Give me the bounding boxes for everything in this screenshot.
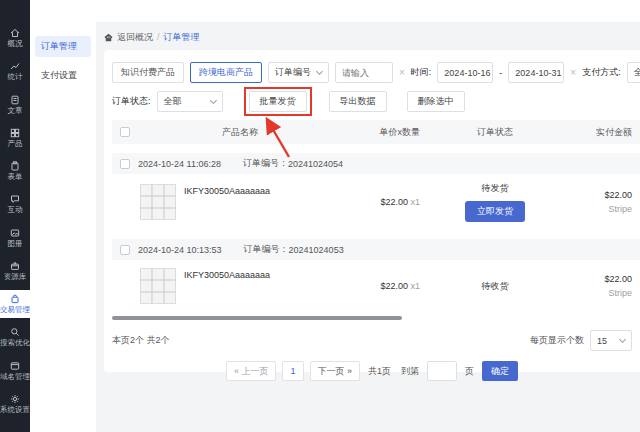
sidebar-item-gallery[interactable]: 图册 [0,224,30,252]
order-no-label: 订单编号： [244,243,289,256]
amount-cell: $22.00 Stripe [570,190,640,214]
page-number-button[interactable]: 1 [282,361,303,381]
breadcrumb: 返回概况 / 订单管理 [104,28,640,46]
sidebar-item-label: 搜索优化 [0,339,30,347]
product-thumbnail-image [140,184,176,220]
order-row: IKFY30050Aaaaaaaa $22.00 x1 待发货 立即发货 $22… [112,174,640,230]
status-cell: 待发货 立即发货 [420,182,570,222]
date-to-input[interactable]: 2024-10-31 [508,62,564,83]
order-no: 20241024053 [289,245,344,255]
sidebar-item-seo[interactable]: 搜索优化 [0,323,30,351]
breadcrumb-separator: / [157,32,160,42]
order-status-text: 待发货 [420,182,570,195]
page-size-select[interactable]: 15 [590,330,632,351]
order-checkbox[interactable] [120,245,130,255]
batch-ship-button[interactable]: 批量发货 [249,91,307,112]
order-no: 20241024054 [288,159,343,169]
content-area: 返回概况 / 订单管理 知识付费产品 跨境电商产品 订单编号 × 时间: 202… [96,22,640,432]
sidebar-item-statistics[interactable]: 统计 [0,57,30,85]
order-field-select[interactable]: 订单编号 [268,62,329,83]
image-icon [10,228,20,238]
next-page-button[interactable]: 下一页 » [310,361,361,381]
unit-price: $22.00 [380,281,408,291]
column-header-amount: 实付金额 [570,126,640,139]
page-size-value: 15 [597,336,607,346]
select-all-checkbox[interactable] [120,127,130,137]
table-header: 产品名称 单价x数量 订单状态 实付金额 [112,120,640,144]
quantity: x1 [410,281,420,291]
sidebar-item-trade-management[interactable]: 交易管理 [0,290,30,318]
order-status-select[interactable]: 全部 [157,91,223,112]
sidebar-item-label: 概况 [8,40,23,48]
chevron-down-icon [619,336,626,343]
payment-channel: Stripe [570,288,632,298]
unit-price: $22.00 [380,197,408,207]
clear-search-icon[interactable]: × [399,67,405,78]
shopping-bag-icon [10,294,20,304]
magnifier-icon [10,327,20,337]
pay-method-select[interactable]: 全部 [627,62,640,83]
page-size-label: 每页显示个数 [530,334,584,347]
clipboard-icon [10,161,20,171]
prev-page-button[interactable]: « 上一页 [226,361,277,381]
amount-cell: $22.00 Stripe [570,274,640,298]
order-checkbox[interactable] [120,159,130,169]
gear-icon [10,394,20,404]
item-count-text: 本页2个 共2个 [112,334,170,347]
goto-confirm-button[interactable]: 确定 [482,361,518,381]
order-status-text: 待收货 [420,280,570,293]
product-thumbnail-image [140,268,176,304]
quantity: x1 [410,197,420,207]
goto-page-input[interactable] [427,361,457,381]
breadcrumb-back-link[interactable]: 返回概况 [117,31,153,44]
order-datetime: 2024-10-24 10:13:53 [138,245,222,255]
tab-crossborder-products[interactable]: 跨境电商产品 [190,62,262,83]
sidebar-item-label: 图册 [8,240,23,248]
sidebar-item-label: 系统设置 [0,406,30,414]
sidebar-item-forms[interactable]: 表单 [0,157,30,185]
order-search-input[interactable] [335,62,393,83]
column-header-status: 订单状态 [420,126,570,139]
filter-row-2: 订单状态: 全部 批量发货 导出数据 删除选中 [112,91,640,112]
product-cell: IKFY30050Aaaaaaaa [140,184,340,220]
clear-date-icon[interactable]: × [570,67,576,78]
sidebar-item-label: 产品 [8,140,23,148]
sidebar-item-settings[interactable]: 系统设置 [0,390,30,418]
date-range-separator: - [499,68,502,78]
chat-icon [10,194,20,204]
tab-knowledge-products[interactable]: 知识付费产品 [112,62,184,83]
article-icon [10,95,20,105]
top-bar [96,0,640,22]
sidebar-item-resources[interactable]: 资源库 [0,257,30,285]
ship-now-button[interactable]: 立即发货 [465,201,525,222]
sidebar-item-label: 文章 [8,107,23,115]
order-group: 2024-10-24 10:13:53 订单编号： 20241024053 IK… [112,239,640,306]
export-data-button[interactable]: 导出数据 [329,91,387,112]
pay-method-label: 支付方式: [582,66,621,79]
sidebar-item-articles[interactable]: 文章 [0,91,30,119]
paid-amount: $22.00 [570,190,632,200]
sidebar-item-interaction[interactable]: 互动 [0,190,30,218]
sidebar-item-label: 互动 [8,206,23,214]
breadcrumb-current: 订单管理 [164,31,200,44]
order-group: 2024-10-24 11:06:28 订单编号： 20241024054 IK… [112,153,640,230]
date-from-input[interactable]: 2024-10-16 [437,62,493,83]
date-to-value: 2024-10-31 [515,68,561,78]
batch-ship-annotated: 批量发货 [249,91,307,112]
delete-selected-button[interactable]: 删除选中 [407,91,465,112]
chevron-down-icon [209,97,216,104]
order-list-card: 知识付费产品 跨境电商产品 订单编号 × 时间: 2024-10-16 - 20… [104,50,640,372]
submenu-item-payment-settings[interactable]: 支付设置 [35,65,91,86]
time-filter-label: 时间: [411,66,432,79]
sidebar-item-label: 域名管理 [0,373,30,381]
submenu-item-order-management[interactable]: 订单管理 [35,36,91,57]
order-status-label: 订单状态: [112,95,151,108]
sidebar-item-overview[interactable]: 概况 [0,24,30,52]
pagination: « 上一页 1 下一页 » 共1页 到第 页 确定 [112,361,640,381]
sidebar-item-products[interactable]: 产品 [0,124,30,152]
sidebar-item-label: 交易管理 [0,306,30,314]
sidebar-item-domain[interactable]: 域名管理 [0,357,30,385]
order-field-value: 订单编号 [275,66,311,79]
scrollbar-thumb[interactable] [112,316,402,320]
order-group-header: 2024-10-24 11:06:28 订单编号： 20241024054 [112,153,640,174]
